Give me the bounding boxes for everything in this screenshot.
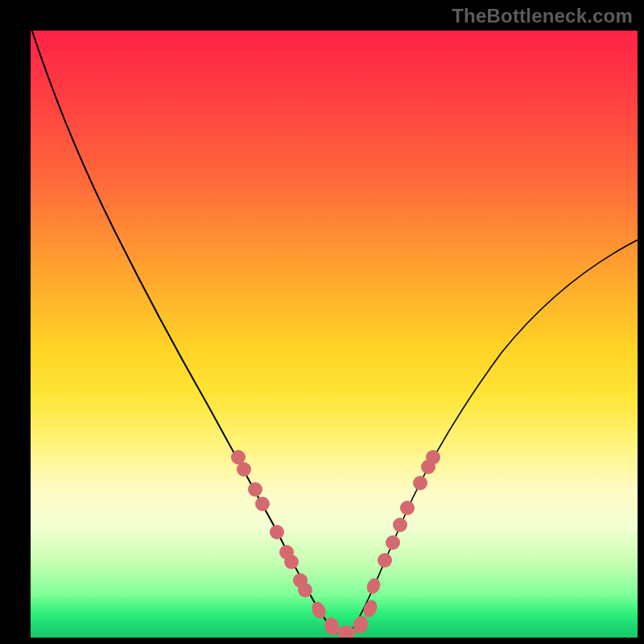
right-curve	[346, 240, 638, 636]
svg-point-15	[426, 450, 440, 464]
svg-point-8	[298, 583, 312, 597]
chart-frame: TheBottleneck.com	[0, 0, 644, 644]
svg-point-2	[248, 482, 262, 497]
svg-point-21	[365, 576, 383, 597]
svg-point-10	[386, 535, 400, 550]
svg-point-11	[393, 518, 407, 532]
markers-right	[378, 450, 440, 568]
svg-point-6	[284, 555, 299, 569]
left-curve	[31, 31, 346, 636]
svg-point-3	[255, 497, 270, 511]
watermark-text: TheBottleneck.com	[452, 5, 633, 27]
svg-point-1	[237, 462, 251, 477]
svg-point-20	[361, 598, 379, 619]
svg-point-13	[413, 476, 427, 490]
svg-point-16	[309, 600, 328, 621]
svg-point-12	[400, 501, 415, 515]
svg-point-9	[378, 553, 392, 568]
chart-svg	[31, 31, 638, 638]
markers-left	[231, 450, 312, 597]
markers-trough	[309, 576, 382, 638]
svg-point-18	[337, 625, 355, 638]
plot-area	[31, 31, 638, 638]
svg-point-4	[270, 525, 284, 539]
